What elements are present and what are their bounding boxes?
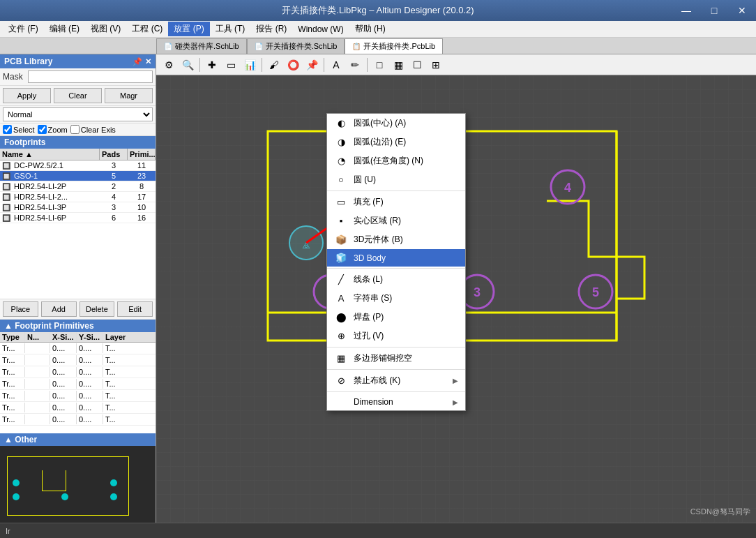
menu-edit[interactable]: 编辑 (E) bbox=[44, 22, 85, 36]
canvas-area[interactable]: 2 3 4 5 ⟁ bbox=[156, 75, 756, 523]
toolbar-btn-pencil[interactable]: ✏ bbox=[347, 57, 363, 73]
arc-edge-icon: ◑ bbox=[334, 137, 348, 147]
menu-line[interactable]: ╱ 线条 (L) bbox=[327, 270, 465, 289]
menu-3d-body[interactable]: 🧊 3D Body bbox=[327, 249, 465, 267]
menu-fill[interactable]: ▭ 填充 (F) bbox=[327, 193, 465, 211]
add-button[interactable]: Add bbox=[41, 301, 77, 317]
menu-circle[interactable]: ○ 圆 (U) bbox=[327, 170, 465, 189]
fp-icon: 🔲 bbox=[0, 193, 13, 201]
apply-button[interactable]: Apply bbox=[3, 88, 51, 103]
mask-input[interactable] bbox=[28, 70, 153, 83]
panel-close-button[interactable]: ✕ bbox=[145, 57, 151, 66]
fp-name: GSO-1 bbox=[13, 172, 100, 180]
toolbar-btn-pin[interactable]: 📌 bbox=[303, 57, 320, 73]
menu-3d-body-component[interactable]: 📦 3D元件体 (B) bbox=[327, 230, 465, 249]
list-item[interactable]: 🔲 HDR2.54-LI-2... 4 17 bbox=[0, 192, 156, 202]
minimize-button[interactable]: — bbox=[672, 0, 700, 21]
close-button[interactable]: ✕ bbox=[728, 0, 756, 21]
normal-dropdown[interactable]: Normal bbox=[3, 107, 153, 121]
menu-file[interactable]: 文件 (F) bbox=[3, 22, 44, 36]
magnify-button[interactable]: Magr bbox=[105, 88, 153, 103]
toolbar-btn-rect[interactable]: ▭ bbox=[222, 57, 239, 73]
list-item[interactable]: 🔲 HDR2.54-LI-2P 2 8 bbox=[0, 181, 156, 192]
footprint-list[interactable]: 🔲 DC-PW2.5/2.1 3 11 🔲 GSO-1 5 23 🔲 HDR2.… bbox=[0, 160, 156, 299]
prim-col-x: X-Si... bbox=[50, 332, 77, 342]
menu-place[interactable]: 放置 (P) bbox=[168, 22, 209, 36]
menu-via[interactable]: ⊕ 过孔 (V) bbox=[327, 327, 465, 345]
clear-button[interactable]: Clear bbox=[54, 88, 102, 103]
line-icon: ╱ bbox=[334, 274, 348, 285]
toolbar-row: ⚙ 🔍 ✚ ▭ 📊 🖌 ⭕ 📌 A ✏ □ ▦ ☐ ⊞ bbox=[156, 54, 756, 75]
menu-pad[interactable]: ⬤ 焊盘 (P) bbox=[327, 308, 465, 327]
toolbar-btn-paint[interactable]: 🖌 bbox=[266, 57, 282, 73]
footprints-table-header: Name ▲ Pads Primi... bbox=[0, 149, 156, 160]
keepout-arrow-icon: ▶ bbox=[453, 377, 458, 384]
toolbar-btn-circle[interactable]: ⭕ bbox=[285, 57, 301, 73]
clear-existing-checkbox[interactable] bbox=[70, 125, 80, 134]
list-item[interactable]: 🔲 DC-PW2.5/2.1 3 11 bbox=[0, 160, 156, 171]
toolbar-btn-box[interactable]: □ bbox=[371, 57, 388, 73]
list-item[interactable]: 🔲 HDR2.54-LI-6P 6 16 bbox=[0, 213, 156, 223]
menu-string[interactable]: A 字符串 (S) bbox=[327, 289, 465, 308]
fp-pads: 6 bbox=[100, 214, 128, 222]
toolbar-btn-more2[interactable]: ⊞ bbox=[428, 57, 444, 73]
status-text: Ir bbox=[6, 527, 10, 535]
menu-report[interactable]: 报告 (R) bbox=[250, 22, 292, 36]
toolbar-btn-text[interactable]: A bbox=[328, 57, 345, 73]
place-button[interactable]: Place bbox=[3, 301, 38, 317]
toolbar-btn-search[interactable]: 🔍 bbox=[179, 57, 196, 73]
fp-name: HDR2.54-LI-2P bbox=[13, 182, 100, 190]
toolbar-btn-grid[interactable]: ▦ bbox=[390, 57, 407, 73]
fill-icon: ▭ bbox=[334, 197, 348, 207]
select-checkbox[interactable] bbox=[3, 125, 12, 134]
right-area: ⚙ 🔍 ✚ ▭ 📊 🖌 ⭕ 📌 A ✏ □ ▦ ☐ ⊞ bbox=[156, 54, 756, 523]
fp-prims: 11 bbox=[128, 161, 156, 170]
toolbar-btn-chart[interactable]: 📊 bbox=[241, 57, 258, 73]
toolbar-btn-filter[interactable]: ⚙ bbox=[160, 57, 177, 73]
menu-tools[interactable]: 工具 (T) bbox=[210, 22, 251, 36]
app-title: 开关插接件类.LibPkg – Altium Designer (20.0.2) bbox=[282, 4, 474, 17]
arc-angle-icon: ◔ bbox=[334, 156, 348, 166]
fp-icon: 🔲 bbox=[0, 183, 13, 190]
mask-label: Mask bbox=[3, 72, 25, 82]
prim-row: Tr...0....0....T... bbox=[0, 414, 156, 426]
toolbar-sep-3 bbox=[324, 58, 324, 72]
tab-schlib2[interactable]: 📄 开关插接件类.SchLib bbox=[247, 38, 345, 54]
fp-pads: 2 bbox=[100, 182, 128, 190]
menu-solid-region[interactable]: ▪ 实心区域 (R) bbox=[327, 211, 465, 230]
arc-center-icon: ◐ bbox=[334, 118, 348, 128]
menu-polygon-cutout[interactable]: ▦ 多边形铺铜挖空 bbox=[327, 349, 465, 368]
other-canvas bbox=[0, 446, 156, 523]
menu-keepout[interactable]: ⊘ 禁止布线 (K) ▶ bbox=[327, 371, 465, 390]
toolbar-btn-plus[interactable]: ✚ bbox=[204, 57, 220, 73]
minimap-pad bbox=[13, 479, 20, 486]
menu-dimension[interactable]: Dimension ▶ bbox=[327, 394, 465, 410]
menu-arc-edge[interactable]: ◑ 圆弧(边沿) (E) bbox=[327, 133, 465, 151]
toolbar-btn-more1[interactable]: ☐ bbox=[409, 57, 425, 73]
pad-icon: ⬤ bbox=[334, 312, 348, 322]
list-item[interactable]: 🔲 HDR2.54-LI-3P 3 10 bbox=[0, 202, 156, 213]
circle-icon: ○ bbox=[334, 174, 348, 185]
dropdown-menu: ◐ 圆弧(中心) (A) ◑ 圆弧(边沿) (E) ◔ 圆弧(任意角度) (N)… bbox=[326, 113, 466, 411]
tab-schlib1[interactable]: 📄 碰类器件库.SchLib bbox=[156, 38, 247, 54]
minimap-outline bbox=[7, 456, 129, 516]
content-area: PCB Library 📌 ✕ Mask Apply Clear Magr bbox=[0, 54, 756, 523]
list-item[interactable]: 🔲 GSO-1 5 23 bbox=[0, 171, 156, 181]
maximize-button[interactable]: □ bbox=[700, 0, 728, 21]
menu-window[interactable]: Window (W) bbox=[292, 23, 349, 36]
menu-arc-angle[interactable]: ◔ 圆弧(任意角度) (N) bbox=[327, 151, 465, 170]
zoom-checkbox[interactable] bbox=[38, 125, 47, 134]
tab-pcblib[interactable]: 📋 开关插接件类.PcbLib bbox=[345, 38, 443, 54]
tab-icon-2: 📄 bbox=[255, 43, 263, 50]
menu-arc-center[interactable]: ◐ 圆弧(中心) (A) bbox=[327, 114, 465, 133]
title-bar-controls: — □ ✕ bbox=[672, 0, 756, 21]
fp-pads: 4 bbox=[100, 193, 128, 201]
panel-pin-button[interactable]: 📌 bbox=[133, 57, 142, 66]
action-buttons: Place Add Delete Edit bbox=[0, 299, 156, 320]
edit-button[interactable]: Edit bbox=[117, 301, 153, 317]
menu-project[interactable]: 工程 (C) bbox=[126, 22, 168, 36]
footprints-section-header: Footprints bbox=[0, 136, 156, 149]
delete-button[interactable]: Delete bbox=[80, 301, 115, 317]
menu-view[interactable]: 视图 (V) bbox=[85, 22, 126, 36]
menu-help[interactable]: 帮助 (H) bbox=[349, 22, 391, 36]
